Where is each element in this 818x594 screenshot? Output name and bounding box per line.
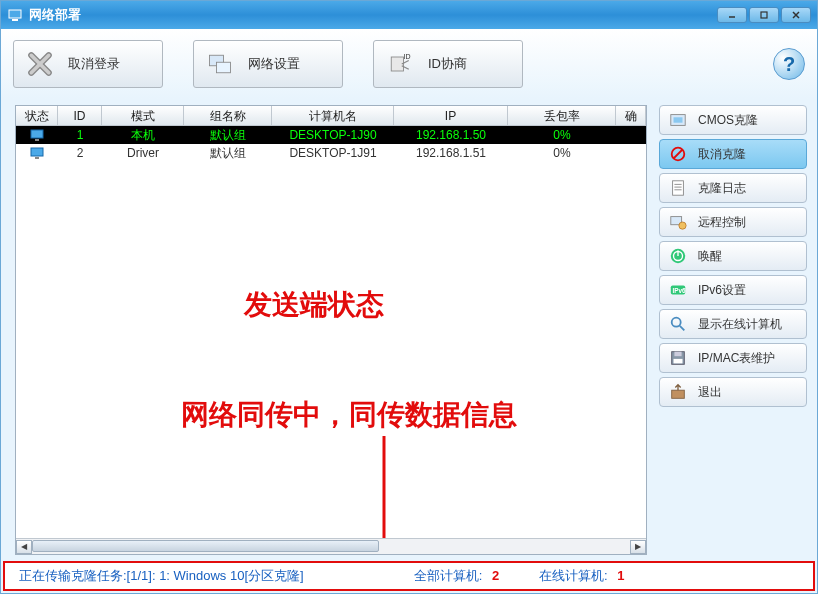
close-button[interactable] xyxy=(781,7,811,23)
col-header-computer[interactable]: 计算机名 xyxy=(272,106,394,125)
titlebar: 网络部署 xyxy=(1,1,817,29)
log-icon xyxy=(668,178,688,198)
network-settings-label: 网络设置 xyxy=(248,55,300,73)
table-row[interactable]: 1 本机 默认组 DESKTOP-1J90 192.168.1.50 0% xyxy=(16,126,646,144)
status-bar: 正在传输克隆任务:[1/1]: 1: Windows 10[分区克隆] 全部计算… xyxy=(3,561,815,591)
status-online-label: 在线计算机: xyxy=(539,568,608,583)
svg-rect-17 xyxy=(35,157,39,159)
cell-status-icon xyxy=(16,128,58,142)
col-header-packet[interactable]: 丢包率 xyxy=(508,106,616,125)
search-icon xyxy=(668,314,688,334)
cell-id: 2 xyxy=(58,146,102,160)
svg-rect-21 xyxy=(674,117,683,122)
id-negotiation-button[interactable]: ID ID协商 xyxy=(373,40,523,88)
network-settings-button[interactable]: 网络设置 xyxy=(193,40,343,88)
cell-packet: 0% xyxy=(508,128,616,142)
status-online-value: 1 xyxy=(617,568,624,583)
cell-group: 默认组 xyxy=(184,127,272,144)
wake-label: 唤醒 xyxy=(698,248,722,265)
cancel-clone-button[interactable]: 取消克隆 xyxy=(659,139,807,169)
svg-rect-11 xyxy=(217,62,231,73)
cancel-icon xyxy=(24,48,56,80)
col-header-last[interactable]: 确 xyxy=(616,106,646,125)
id-negotiation-label: ID协商 xyxy=(428,55,467,73)
table-area: 状态 ID 模式 组名称 计算机名 IP 丢包率 确 1 本机 xyxy=(1,99,655,561)
col-header-ip[interactable]: IP xyxy=(394,106,508,125)
status-task: 正在传输克隆任务:[1/1]: 1: Windows 10[分区克隆] xyxy=(19,567,304,585)
svg-line-23 xyxy=(674,150,683,159)
cell-computer: DESKTOP-1J91 xyxy=(272,146,394,160)
remote-icon xyxy=(668,212,688,232)
forbidden-icon xyxy=(668,144,688,164)
cmos-clone-label: CMOS克隆 xyxy=(698,112,758,129)
annotation-sync-info: 网络同传中，同传数据信息 xyxy=(181,396,517,434)
exit-label: 退出 xyxy=(698,384,722,401)
annotation-arrow-icon xyxy=(364,436,404,538)
table-header: 状态 ID 模式 组名称 计算机名 IP 丢包率 确 xyxy=(16,106,646,126)
col-header-group[interactable]: 组名称 xyxy=(184,106,272,125)
app-icon xyxy=(7,7,23,23)
svg-text:IPv6: IPv6 xyxy=(673,287,686,294)
table-row[interactable]: 2 Driver 默认组 DESKTOP-1J91 192.168.1.51 0… xyxy=(16,144,646,162)
table-body: 1 本机 默认组 DESKTOP-1J90 192.168.1.50 0% 2 xyxy=(16,126,646,538)
svg-point-35 xyxy=(672,318,681,327)
svg-rect-39 xyxy=(674,359,683,364)
exit-button[interactable]: 退出 xyxy=(659,377,807,407)
horizontal-scrollbar[interactable]: ◀ ▶ xyxy=(16,538,646,554)
ipv6-settings-button[interactable]: IPv6 IPv6设置 xyxy=(659,275,807,305)
toolbar: 取消登录 网络设置 ID ID协商 ? xyxy=(1,29,817,99)
ipv6-settings-label: IPv6设置 xyxy=(698,282,746,299)
maximize-button[interactable] xyxy=(749,7,779,23)
help-button[interactable]: ? xyxy=(773,48,805,80)
cell-mode: 本机 xyxy=(102,127,184,144)
svg-text:ID: ID xyxy=(404,53,411,60)
svg-rect-15 xyxy=(35,139,39,141)
ip-mac-button[interactable]: IP/MAC表维护 xyxy=(659,343,807,373)
svg-rect-14 xyxy=(31,130,43,138)
svg-rect-38 xyxy=(674,352,681,357)
scroll-thumb[interactable] xyxy=(32,540,379,552)
clone-log-button[interactable]: 克隆日志 xyxy=(659,173,807,203)
network-settings-icon xyxy=(204,48,236,80)
cell-id: 1 xyxy=(58,128,102,142)
col-header-id[interactable]: ID xyxy=(58,106,102,125)
col-header-mode[interactable]: 模式 xyxy=(102,106,184,125)
wake-button[interactable]: 唤醒 xyxy=(659,241,807,271)
svg-line-36 xyxy=(680,326,685,331)
ip-mac-label: IP/MAC表维护 xyxy=(698,350,775,367)
cancel-login-label: 取消登录 xyxy=(68,55,120,73)
cancel-login-button[interactable]: 取消登录 xyxy=(13,40,163,88)
scroll-right-button[interactable]: ▶ xyxy=(630,540,646,554)
cell-computer: DESKTOP-1J90 xyxy=(272,128,394,142)
titlebar-controls xyxy=(717,7,811,23)
cmos-icon xyxy=(668,110,688,130)
cell-packet: 0% xyxy=(508,146,616,160)
svg-rect-1 xyxy=(12,19,18,21)
scroll-track[interactable] xyxy=(32,540,630,554)
cell-mode: Driver xyxy=(102,146,184,160)
status-total-value: 2 xyxy=(492,568,499,583)
show-online-button[interactable]: 显示在线计算机 xyxy=(659,309,807,339)
remote-control-button[interactable]: 远程控制 xyxy=(659,207,807,237)
scroll-left-button[interactable]: ◀ xyxy=(16,540,32,554)
svg-rect-3 xyxy=(761,12,767,18)
svg-rect-12 xyxy=(391,57,403,71)
minimize-button[interactable] xyxy=(717,7,747,23)
save-disk-icon xyxy=(668,348,688,368)
window-title: 网络部署 xyxy=(29,6,717,24)
cmos-clone-button[interactable]: CMOS克隆 xyxy=(659,105,807,135)
id-icon: ID xyxy=(384,48,416,80)
col-header-status[interactable]: 状态 xyxy=(16,106,58,125)
side-panel: CMOS克隆 取消克隆 克隆日志 远程控制 唤醒 IPv6 IPv6设置 xyxy=(655,99,817,561)
svg-rect-24 xyxy=(673,181,684,195)
cell-group: 默认组 xyxy=(184,145,272,162)
show-online-label: 显示在线计算机 xyxy=(698,316,782,333)
app-window: 网络部署 取消登录 xyxy=(0,0,818,594)
exit-icon xyxy=(668,382,688,402)
table: 状态 ID 模式 组名称 计算机名 IP 丢包率 确 1 本机 xyxy=(15,105,647,555)
cell-ip: 192.168.1.50 xyxy=(394,128,508,142)
remote-control-label: 远程控制 xyxy=(698,214,746,231)
svg-point-29 xyxy=(679,222,686,229)
power-icon xyxy=(668,246,688,266)
clone-log-label: 克隆日志 xyxy=(698,180,746,197)
